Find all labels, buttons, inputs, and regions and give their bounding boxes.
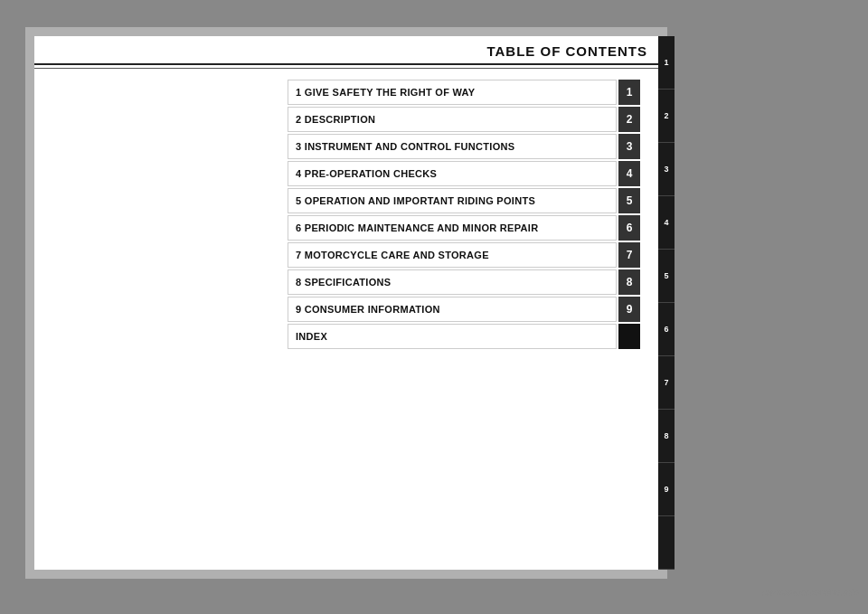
- toc-row[interactable]: 3 INSTRUMENT AND CONTROL FUNCTIONS3: [288, 134, 640, 159]
- toc-label: 9 CONSUMER INFORMATION: [288, 297, 617, 322]
- sidebar-tab-5[interactable]: 5: [658, 250, 675, 303]
- sidebar-tab-8[interactable]: 8: [658, 410, 675, 463]
- toc-row[interactable]: 8 SPECIFICATIONS8: [288, 269, 640, 295]
- sidebar-tab-1[interactable]: 1: [658, 36, 675, 90]
- toc-row[interactable]: 9 CONSUMER INFORMATION9: [288, 297, 640, 322]
- toc-row[interactable]: 7 MOTORCYCLE CARE AND STORAGE7: [288, 242, 640, 268]
- toc-label: 8 SPECIFICATIONS: [288, 269, 617, 295]
- sidebar-tab-3[interactable]: 3: [658, 143, 675, 196]
- sidebar-tab-7[interactable]: 7: [658, 356, 675, 410]
- toc-number: 8: [618, 269, 640, 295]
- sidebar-tab-6[interactable]: 6: [658, 303, 675, 356]
- page-title: TABLE OF CONTENTS: [486, 43, 647, 59]
- toc-label: 2 DESCRIPTION: [288, 107, 617, 132]
- toc-row[interactable]: 1 GIVE SAFETY THE RIGHT OF WAY1: [288, 80, 640, 105]
- toc-number: 6: [618, 215, 640, 241]
- sidebar-tab-4[interactable]: 4: [658, 196, 675, 250]
- toc-number: 7: [618, 242, 640, 268]
- toc-number: 9: [618, 297, 640, 322]
- toc-label: 3 INSTRUMENT AND CONTROL FUNCTIONS: [288, 134, 617, 159]
- toc-label: 6 PERIODIC MAINTENANCE AND MINOR REPAIR: [288, 215, 617, 241]
- toc-row[interactable]: 5 OPERATION AND IMPORTANT RIDING POINTS5: [288, 188, 640, 213]
- header-area: TABLE OF CONTENTS: [34, 36, 658, 65]
- sidebar-tab-2[interactable]: 2: [658, 90, 675, 143]
- right-sidebar: 123456789: [658, 36, 675, 570]
- toc-label: 4 PRE-OPERATION CHECKS: [288, 161, 617, 186]
- header-divider: [34, 68, 658, 69]
- toc-row[interactable]: 4 PRE-OPERATION CHECKS4: [288, 161, 640, 186]
- toc-label: 7 MOTORCYCLE CARE AND STORAGE: [288, 242, 617, 268]
- toc-number: 3: [618, 134, 640, 159]
- toc-container: 1 GIVE SAFETY THE RIGHT OF WAY12 DESCRIP…: [288, 80, 640, 351]
- toc-row[interactable]: 2 DESCRIPTION2: [288, 107, 640, 132]
- toc-label: 1 GIVE SAFETY THE RIGHT OF WAY: [288, 80, 617, 105]
- toc-label: 5 OPERATION AND IMPORTANT RIDING POINTS: [288, 188, 617, 213]
- toc-number: 2: [618, 107, 640, 132]
- toc-row[interactable]: 6 PERIODIC MAINTENANCE AND MINOR REPAIR6: [288, 215, 640, 241]
- toc-number: 5: [618, 188, 640, 213]
- sidebar-tab-index[interactable]: [658, 516, 675, 570]
- sidebar-tab-9[interactable]: 9: [658, 463, 675, 516]
- toc-number: [618, 324, 640, 349]
- toc-row[interactable]: INDEX: [288, 324, 640, 349]
- toc-label: INDEX: [288, 324, 617, 349]
- toc-number: 4: [618, 161, 640, 186]
- watermark: carmanualsonline.info: [762, 587, 859, 598]
- toc-number: 1: [618, 80, 640, 105]
